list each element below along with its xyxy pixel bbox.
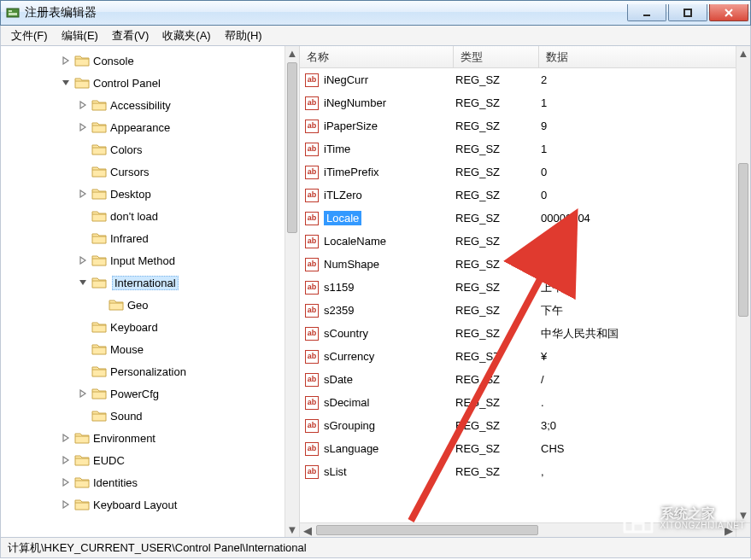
tree-item[interactable]: Cursors	[1, 160, 285, 183]
string-value-icon: ab	[305, 281, 319, 295]
tree-item[interactable]: Desktop	[1, 183, 285, 205]
string-value-icon: ab	[305, 350, 319, 364]
value-list[interactable]: abiNegCurrREG_SZ2abiNegNumberREG_SZ1abiP…	[300, 68, 736, 522]
string-value-icon: ab	[305, 189, 319, 202]
menu-file[interactable]: 文件(F)	[4, 26, 55, 45]
scroll-down-icon[interactable]: ▼	[736, 508, 750, 522]
tree-vertical-scrollbar[interactable]: ▲ ▼	[285, 46, 299, 537]
value-row[interactable]: absLanguageREG_SZCHS	[300, 437, 736, 460]
value-data: 0	[541, 189, 736, 201]
scroll-up-icon[interactable]: ▲	[285, 46, 299, 61]
value-row[interactable]: absGroupingREG_SZ3;0	[300, 414, 736, 437]
column-header-type[interactable]: 类型	[454, 46, 539, 67]
tree-item-label: Control Panel	[93, 77, 161, 90]
value-row[interactable]: absListREG_SZ,	[300, 460, 736, 483]
tree-item-label: International	[112, 276, 179, 290]
value-name: iPaperSize	[324, 120, 455, 132]
tree-item[interactable]: Control Panel	[1, 72, 285, 94]
scroll-left-icon[interactable]: ◀	[300, 523, 314, 537]
list-horizontal-scrollbar[interactable]: ◀ ▶	[300, 522, 736, 537]
tree-item-label: Accessibility	[110, 99, 171, 112]
expand-icon[interactable]	[78, 122, 88, 132]
tree-item[interactable]: PowerCfg	[1, 382, 285, 405]
value-row[interactable]: abs1159REG_SZ上午	[300, 276, 736, 299]
list-vertical-scrollbar[interactable]: ▲ ▼	[736, 46, 750, 522]
tree-item[interactable]: Keyboard Layout	[1, 493, 285, 516]
folder-icon	[91, 231, 107, 245]
menu-edit[interactable]: 编辑(E)	[55, 26, 105, 45]
value-type: REG_SZ	[455, 143, 541, 155]
collapse-icon[interactable]	[61, 78, 71, 88]
value-row[interactable]: abLocaleNameREG_SZ-CN	[300, 230, 736, 253]
value-row[interactable]: abiPaperSizeREG_SZ9	[300, 114, 736, 137]
expand-icon[interactable]	[78, 189, 88, 199]
string-value-icon: ab	[305, 96, 319, 110]
tree-item[interactable]: Appearance	[1, 116, 285, 138]
collapse-icon[interactable]	[78, 277, 88, 288]
column-header-data[interactable]: 数据	[539, 46, 750, 67]
tree-item[interactable]: Sound	[1, 405, 285, 427]
value-name: iTimePrefix	[324, 166, 455, 178]
tree-item[interactable]: Geo	[1, 294, 285, 316]
expand-icon[interactable]	[61, 455, 71, 465]
value-row[interactable]: absDateREG_SZ/	[300, 368, 736, 391]
expand-icon[interactable]	[61, 499, 71, 510]
value-data: 下午	[541, 303, 736, 318]
folder-icon	[91, 320, 107, 334]
svg-rect-2	[9, 13, 17, 15]
expand-icon[interactable]	[61, 433, 71, 443]
tree-item[interactable]: Keyboard	[1, 316, 285, 338]
tree-item[interactable]: Personalization	[1, 360, 285, 382]
value-data: ¥	[541, 350, 736, 363]
tree-item[interactable]: Accessibility	[1, 94, 285, 116]
string-value-icon: ab	[305, 258, 319, 271]
value-row[interactable]: abiTimePrefixREG_SZ0	[300, 160, 736, 184]
scroll-down-icon[interactable]: ▼	[285, 522, 299, 537]
tree-item[interactable]: Input Method	[1, 249, 285, 271]
minimize-button[interactable]	[627, 4, 666, 21]
expand-icon[interactable]	[78, 100, 88, 110]
value-name: NumShape	[324, 258, 455, 271]
menu-favorites[interactable]: 收藏夹(A)	[155, 26, 217, 45]
value-row[interactable]: abiNegNumberREG_SZ1	[300, 91, 736, 114]
value-row[interactable]: abNumShapeREG_SZ1	[300, 253, 736, 276]
value-row[interactable]: absCountryREG_SZ中华人民共和国	[300, 322, 736, 345]
expand-icon[interactable]	[78, 255, 88, 265]
value-row[interactable]: abiTimeREG_SZ1	[300, 137, 736, 160]
value-name: sDecimal	[324, 396, 455, 409]
value-type: REG_SZ	[455, 73, 541, 86]
value-row[interactable]: abiNegCurrREG_SZ2	[300, 68, 736, 91]
tree-item-label: Keyboard Layout	[93, 499, 177, 511]
value-row[interactable]: absDecimalREG_SZ.	[300, 391, 736, 414]
expand-icon[interactable]	[61, 477, 71, 487]
tree-item-label: Infrared	[110, 232, 149, 245]
list-header: 名称 类型 数据	[300, 46, 750, 68]
expand-icon[interactable]	[78, 388, 88, 399]
expand-icon[interactable]	[61, 55, 71, 66]
tree-item[interactable]: EUDC	[1, 449, 285, 471]
tree-item[interactable]: Environment	[1, 427, 285, 449]
column-header-name[interactable]: 名称	[300, 46, 454, 67]
registry-tree[interactable]: ConsoleControl PanelAccessibilityAppeara…	[1, 46, 285, 537]
tree-item[interactable]: Mouse	[1, 338, 285, 360]
tree-item[interactable]: Colors	[1, 138, 285, 160]
tree-item[interactable]: Infrared	[1, 227, 285, 249]
close-button[interactable]	[709, 4, 748, 21]
value-row[interactable]: abs2359REG_SZ下午	[300, 299, 736, 322]
value-row[interactable]: abiTLZeroREG_SZ0	[300, 184, 736, 207]
tree-item[interactable]: Console	[1, 50, 285, 72]
scrollbar-corner	[736, 522, 750, 537]
string-value-icon: ab	[305, 212, 319, 225]
maximize-button[interactable]	[668, 4, 707, 21]
scroll-right-icon[interactable]: ▶	[721, 523, 736, 537]
value-row[interactable]: absCurrencyREG_SZ¥	[300, 345, 736, 368]
value-row[interactable]: abLocaleREG_SZ00000804	[300, 207, 736, 230]
svg-rect-4	[684, 9, 691, 16]
menu-view[interactable]: 查看(V)	[105, 26, 155, 45]
tree-item[interactable]: International	[1, 271, 285, 294]
menu-help[interactable]: 帮助(H)	[218, 26, 269, 45]
tree-item[interactable]: Identities	[1, 471, 285, 493]
scroll-up-icon[interactable]: ▲	[736, 46, 750, 61]
value-name: sCountry	[324, 327, 455, 340]
tree-item[interactable]: don't load	[1, 205, 285, 227]
